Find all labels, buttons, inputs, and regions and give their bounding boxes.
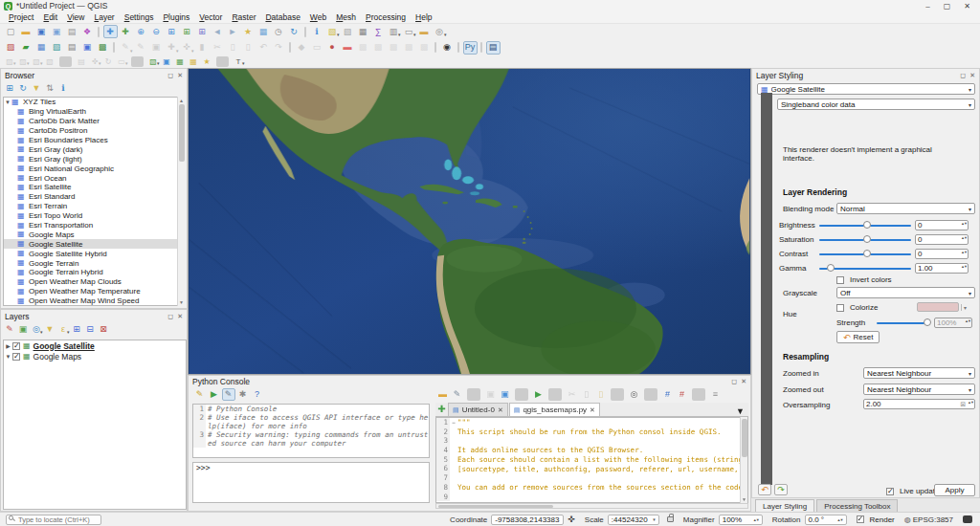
slider-handle[interactable] [863,221,871,229]
menu-item[interactable]: Web [305,12,331,22]
browser-tree-item[interactable]: Open Weather Map Clouds [4,277,178,287]
strength-slider[interactable] [877,318,930,327]
rotate-label-icon[interactable]: ↻ [102,56,115,67]
copy-features-icon[interactable]: ▯ [226,41,240,55]
browser-tree-item[interactable]: Esri Boundaries Places [4,136,178,145]
browser-tree-item[interactable]: Google Satellite [4,239,178,249]
processing-model-icon[interactable]: ▩ [371,41,386,55]
open-data-source-manager-icon[interactable]: ▨ [4,41,18,55]
comment-icon[interactable]: # [661,388,675,401]
zoom-next-icon[interactable]: ► [226,25,240,38]
add-selected-layers-icon[interactable]: ⊞ [4,83,16,95]
browser-tree-item[interactable]: Esri Gray (dark) [4,144,178,154]
tracing-icon[interactable]: ▭ [310,41,324,55]
menu-item[interactable]: View [62,12,89,22]
console-input[interactable]: >>> [192,462,430,503]
filter-browser-icon[interactable]: ▼ [31,83,43,95]
identify-features-icon[interactable]: ℹ [310,25,324,38]
menu-item[interactable]: Raster [227,12,260,22]
pan-to-selection-icon[interactable]: ✚ [119,25,133,38]
extents-icon[interactable]: ✜ [568,515,575,524]
browser-tree-item[interactable]: Bing VirtualEarth [4,107,178,117]
menu-item[interactable]: Mesh [331,12,361,22]
slider-track[interactable] [819,234,911,244]
open-attribute-table-icon[interactable]: ▦ [356,25,370,38]
tree-root-xyz-tiles[interactable]: ▼ XYZ Tiles [4,98,178,107]
value-spinbox[interactable]: 1.00 [915,263,969,274]
find-text-icon[interactable]: ◎ [628,388,641,401]
close-panel-icon[interactable]: ✕ [177,313,183,320]
save-layer-edits-icon[interactable]: ▣ [149,41,164,55]
float-panel-icon[interactable]: ◻ [731,378,737,385]
browser-tree-item[interactable]: Esri Satellite [4,183,178,192]
close-button[interactable]: ✕ [964,2,970,11]
bookmark-star-icon[interactable]: ★ [201,56,213,67]
zoom-in-icon[interactable]: ⊕ [134,25,148,38]
open-layer-styling-panel-icon[interactable]: ✎ [4,324,16,336]
slider-handle[interactable] [863,250,871,257]
snapping-icon[interactable]: ◆ [295,41,309,55]
style-redo-button[interactable]: ↷ [774,484,788,495]
oversampling-spinbox[interactable]: 2.00 ⊠ [863,399,975,409]
deselect-features-icon[interactable]: ▧ [341,25,355,38]
new-geopackage-layer-icon[interactable]: ▣ [161,56,173,67]
pin-unpin-labels-icon[interactable]: ▧ [44,56,56,67]
map-canvas[interactable] [188,68,751,375]
statistical-summary-icon[interactable]: ▥ [387,25,401,38]
select-features-icon[interactable]: ▧ [325,25,340,38]
add-feature-icon[interactable]: ✚ [165,41,179,55]
show-properties-widget-icon[interactable]: ℹ [57,83,70,95]
value-spinbox[interactable]: 0 [915,249,969,259]
cut-features-icon[interactable]: ✂ [211,41,225,55]
expander-icon[interactable]: ▼ [4,354,12,360]
editor-tab[interactable]: ▤ Untitled-0 ✕ [448,403,508,416]
grayscale-combo[interactable]: Off [836,287,975,298]
browser-tree-item[interactable]: Google Terrain Hybrid [4,268,178,277]
value-spinbox[interactable]: 0 [915,234,969,245]
slider-handle[interactable] [827,264,835,272]
browser-tree-item[interactable]: Open Weather Map Temperature [4,287,178,296]
tab-list-icon[interactable]: ▼ [736,406,748,416]
refresh-map-icon[interactable]: ↻ [287,25,301,38]
browser-tree-item[interactable]: Esri Transportation [4,221,178,230]
render-checkbox[interactable]: Render [857,515,895,524]
plugin-red-dot-icon[interactable]: ● [325,41,340,55]
paste-icon[interactable]: ▯ [594,388,608,401]
browser-tree-item[interactable]: CartoDb Positron [4,126,178,136]
measure-icon[interactable]: ▭ [402,25,416,38]
show-hide-labels-icon[interactable]: ▤ [76,56,88,67]
zoom-last-icon[interactable]: ◄ [211,25,225,38]
scale-lock-icon[interactable] [667,516,674,522]
menu-item[interactable]: Database [260,12,304,22]
filter-legend-by-expression-icon[interactable]: ε [57,324,70,336]
close-panel-icon[interactable]: ✕ [741,378,746,385]
maximize-button[interactable]: ▢ [944,2,951,11]
float-panel-icon[interactable]: ◻ [167,72,173,79]
rotation-spinbox[interactable]: 0.0 °▲▼ [805,515,847,525]
open-in-external-editor-icon[interactable]: ✎ [451,388,464,401]
layer-item[interactable]: ▶ Google Satellite [4,340,186,351]
menu-item[interactable]: Vector [194,12,227,22]
slider-track[interactable] [819,220,911,230]
menu-item[interactable]: Help [411,12,436,22]
text-annotation-icon[interactable]: T [233,56,245,67]
zoom-to-selection-icon[interactable]: ⊞ [180,25,194,38]
delete-selected-icon[interactable]: ▮ [195,41,210,55]
apply-button[interactable]: Apply [934,484,975,496]
colorize-color-swatch[interactable] [917,302,959,312]
browser-tree-item[interactable]: CartoDb Dark Matter [4,117,178,126]
browser-tree-item[interactable]: Google Terrain [4,258,178,268]
new-bookmark-icon[interactable]: ★ [241,25,256,38]
save-project-as-icon[interactable]: ▣ [50,25,64,38]
clear-console-icon[interactable]: ✎ [193,388,207,401]
collapse-all-layers-icon[interactable]: ⊟ [84,324,97,336]
toggle-editing-icon[interactable]: ✎ [134,41,148,55]
new-print-layout-icon[interactable]: ▤ [65,25,79,38]
browser-tree-item[interactable]: Esri Gray (light) [4,154,178,164]
refresh-browser-icon[interactable]: ↻ [17,83,30,95]
new-temporary-scratch-layer-icon[interactable]: ▦ [188,56,200,67]
change-label-icon[interactable]: ▭ [116,56,128,67]
browser-tree-item[interactable]: Esri Terrain [4,202,178,211]
resampling-combo[interactable]: Nearest Neighbour [863,367,975,379]
layer-item[interactable]: ▼ Google Maps [4,351,186,362]
